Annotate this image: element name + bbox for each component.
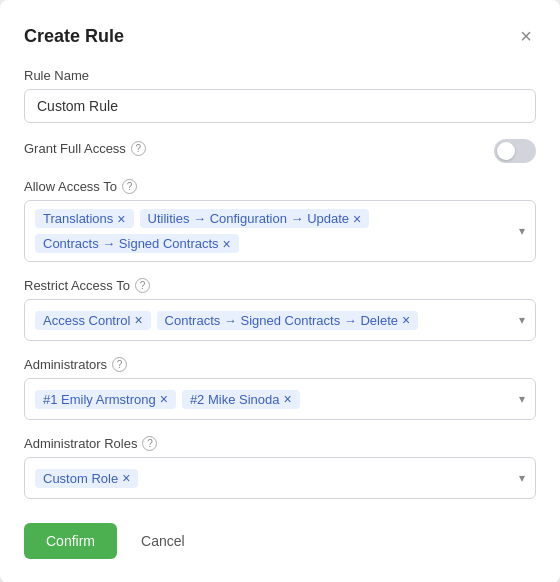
administrator-roles-field: Administrator Roles ? Custom Role × ▾ <box>24 436 536 499</box>
rule-name-input[interactable] <box>24 89 536 123</box>
administrators-help-icon: ? <box>112 357 127 372</box>
allow-access-to-label: Allow Access To ? <box>24 179 536 194</box>
restrict-access-to-dropdown[interactable]: Access Control × Contracts → Signed Cont… <box>24 299 536 341</box>
restrict-access-to-field: Restrict Access To ? Access Control × Co… <box>24 278 536 341</box>
allow-access-to-dropdown[interactable]: Translations × Utilities → Configuration… <box>24 200 536 262</box>
restrict-access-chevron-icon: ▾ <box>519 313 525 327</box>
remove-access-control-tag[interactable]: × <box>134 313 142 327</box>
administrator-roles-help-icon: ? <box>142 436 157 451</box>
restrict-access-to-label: Restrict Access To ? <box>24 278 536 293</box>
grant-full-access-label: Grant Full Access ? <box>24 141 146 156</box>
remove-utilities-tag[interactable]: × <box>353 212 361 226</box>
administrators-field: Administrators ? #1 Emily Armstrong × #2… <box>24 357 536 420</box>
remove-translations-tag[interactable]: × <box>117 212 125 226</box>
grant-full-access-toggle[interactable] <box>494 139 536 163</box>
allow-tag-utilities: Utilities → Configuration → Update × <box>140 209 370 228</box>
close-button[interactable]: × <box>516 24 536 48</box>
admin-tag-mike: #2 Mike Sinoda × <box>182 390 300 409</box>
allow-access-to-field: Allow Access To ? Translations × Utiliti… <box>24 179 536 262</box>
remove-contracts-delete-tag[interactable]: × <box>402 313 410 327</box>
modal-header: Create Rule × <box>24 24 536 48</box>
remove-emily-tag[interactable]: × <box>160 392 168 406</box>
administrator-roles-label: Administrator Roles ? <box>24 436 536 451</box>
toggle-slider <box>494 139 536 163</box>
restrict-access-to-help-icon: ? <box>135 278 150 293</box>
administrators-dropdown[interactable]: #1 Emily Armstrong × #2 Mike Sinoda × ▾ <box>24 378 536 420</box>
confirm-button[interactable]: Confirm <box>24 523 117 559</box>
administrators-chevron-icon: ▾ <box>519 392 525 406</box>
restrict-tag-contracts-delete: Contracts → Signed Contracts → Delete × <box>157 311 419 330</box>
allow-tag-contracts: Contracts → Signed Contracts × <box>35 234 239 253</box>
rule-name-label: Rule Name <box>24 68 536 83</box>
cancel-button[interactable]: Cancel <box>129 523 197 559</box>
create-rule-modal: Create Rule × Rule Name Grant Full Acces… <box>0 0 560 582</box>
grant-full-access-row: Grant Full Access ? <box>24 139 536 163</box>
role-tag-custom: Custom Role × <box>35 469 138 488</box>
grant-full-access-help-icon: ? <box>131 141 146 156</box>
allow-tag-translations: Translations × <box>35 209 134 228</box>
restrict-tag-access-control: Access Control × <box>35 311 151 330</box>
administrator-roles-chevron-icon: ▾ <box>519 471 525 485</box>
administrators-label: Administrators ? <box>24 357 536 372</box>
remove-contracts-tag[interactable]: × <box>223 237 231 251</box>
remove-mike-tag[interactable]: × <box>284 392 292 406</box>
footer-buttons: Confirm Cancel <box>24 523 536 559</box>
allow-access-to-help-icon: ? <box>122 179 137 194</box>
modal-title: Create Rule <box>24 26 124 47</box>
remove-custom-role-tag[interactable]: × <box>122 471 130 485</box>
allow-access-chevron-icon: ▾ <box>519 224 525 238</box>
administrator-roles-dropdown[interactable]: Custom Role × ▾ <box>24 457 536 499</box>
admin-tag-emily: #1 Emily Armstrong × <box>35 390 176 409</box>
rule-name-field: Rule Name <box>24 68 536 123</box>
